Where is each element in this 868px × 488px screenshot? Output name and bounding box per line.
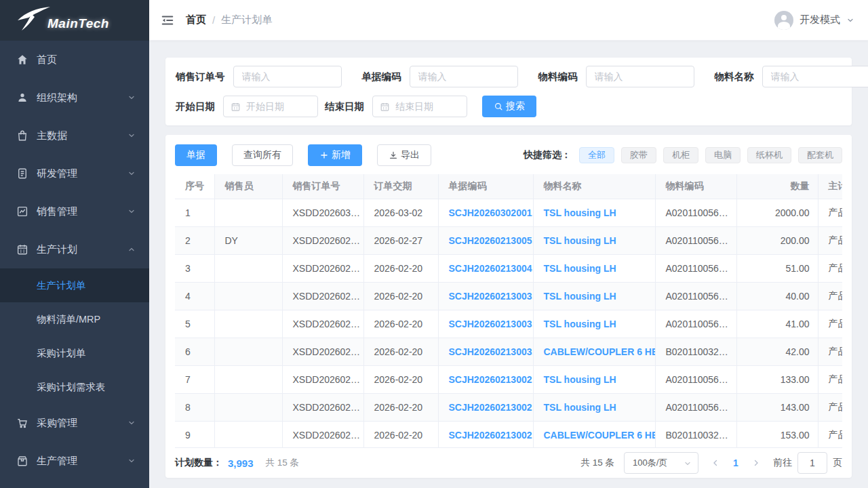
quick-filter-tag[interactable]: 配套机 xyxy=(798,147,842,163)
quick-filter-tag[interactable]: 胶带 xyxy=(621,147,656,163)
sidebar-item-label: 主数据 xyxy=(37,129,127,142)
doc_code-link[interactable]: SCJH20260213002… xyxy=(449,402,534,413)
sidebar-item-label: 销售管理 xyxy=(37,205,127,218)
cell-sales_order: XSDD202602… xyxy=(282,282,363,310)
quick-filter-tags: 全部胶带机柜电脑纸杯机配套机 xyxy=(579,147,842,163)
doc_code-link[interactable]: SCJH20260213002… xyxy=(449,374,534,385)
quick-filter-tag[interactable]: 全部 xyxy=(579,147,614,163)
cell-plan_type: 产品 xyxy=(818,338,842,365)
doc-code-input[interactable] xyxy=(410,66,517,87)
material-name-input[interactable] xyxy=(763,66,868,87)
sidebar-subitem-purchase-plan-demand[interactable]: 采购计划需求表 xyxy=(0,370,149,404)
goto-page-input[interactable] xyxy=(797,452,827,474)
cell-salesperson xyxy=(214,199,282,226)
cell-due_date: 2026-02-20 xyxy=(363,282,438,310)
cell-plan_type: 产品 xyxy=(818,393,842,421)
material_name-link[interactable]: TSL housing LH xyxy=(544,374,616,385)
cell-qty: 143.00 xyxy=(736,393,818,421)
cell-material_name: TSL housing LH xyxy=(533,282,655,310)
material_name-link[interactable]: TSL housing LH xyxy=(544,235,616,246)
doc_code-link[interactable]: SCJH20260302001… xyxy=(449,207,534,218)
sidebar-item-org[interactable]: 组织架构 xyxy=(0,79,149,117)
query-all-button[interactable]: 查询所有 xyxy=(232,144,293,166)
prev-page-button[interactable] xyxy=(705,452,726,474)
cell-plan_type: 产品 xyxy=(818,310,842,338)
sales-order-no-input[interactable] xyxy=(234,66,341,87)
material_name-link[interactable]: TSL housing LH xyxy=(544,291,616,302)
cell-index: 4 xyxy=(175,282,214,310)
chevron-down-icon xyxy=(127,131,136,140)
material_name-link[interactable]: CABLEW/COUPLER 6 HE xyxy=(544,346,656,357)
sidebar-subitem-production-plan-order[interactable]: 生产计划单 xyxy=(0,268,149,302)
cell-doc_code: SCJH20260213003… xyxy=(438,338,533,365)
sidebar-item-sales[interactable]: 销售管理 xyxy=(0,192,149,230)
cell-index: 7 xyxy=(175,365,214,393)
cell-plan_type: 产品 xyxy=(818,282,842,310)
end-date-input[interactable] xyxy=(390,96,467,117)
sidebar-item-rnd[interactable]: 研发管理 xyxy=(0,155,149,192)
table-row: 2DYXSDD202602…2026-02-27SCJH20260213005…… xyxy=(175,226,842,254)
chevron-down-icon xyxy=(127,207,136,216)
filter-input-box xyxy=(410,66,518,87)
table-header-row: 序号销售员销售订单号订单交期单据编码物料名称物料编码数量主计划 xyxy=(175,174,842,199)
material_name-link[interactable]: CABLEW/COUPLER 6 HE xyxy=(544,430,656,441)
material_name-link[interactable]: TSL housing LH xyxy=(544,263,616,274)
next-page-button[interactable] xyxy=(746,452,766,474)
sidebar-item-purchase[interactable]: 采购管理 xyxy=(0,404,149,442)
doc_code-link[interactable]: SCJH20260213003… xyxy=(449,291,534,302)
material_name-link[interactable]: TSL housing LH xyxy=(544,402,616,413)
user-menu[interactable]: 开发模式 xyxy=(774,11,854,30)
cell-material_name: TSL housing LH xyxy=(533,365,655,393)
cell-plan_type: 产品 xyxy=(818,254,842,282)
material_name-link[interactable]: TSL housing LH xyxy=(544,207,616,218)
breadcrumb-home[interactable]: 首页 xyxy=(186,14,206,26)
filter-panel: 销售订单号单据编码物料编码物料名称 开始日期结束日期搜索 xyxy=(165,58,852,125)
material_name-link[interactable]: TSL housing LH xyxy=(544,319,616,329)
sidebar-subitem-purchase-plan-order[interactable]: 采购计划单 xyxy=(0,336,149,370)
plan-qty-label: 计划数量： xyxy=(175,457,222,469)
doc-button[interactable]: 单据 xyxy=(175,144,217,166)
doc_code-link[interactable]: SCJH20260213004… xyxy=(449,263,534,274)
sidebar-item-label: 生产计划 xyxy=(37,243,127,256)
cell-salesperson xyxy=(214,421,282,448)
search-button[interactable]: 搜索 xyxy=(482,96,536,117)
current-page[interactable]: 1 xyxy=(726,458,746,468)
doc_code-link[interactable]: SCJH20260213005… xyxy=(449,235,534,246)
sidebar-subitem-bom-mrp[interactable]: 物料清单/MRP xyxy=(0,302,149,336)
cell-material_name: TSL housing LH xyxy=(533,393,655,421)
column-header-salesperson: 销售员 xyxy=(214,174,282,199)
table-row: 6XSDD202602…2026-02-20SCJH20260213003…CA… xyxy=(175,338,842,365)
filter-row-text: 销售订单号单据编码物料编码物料名称 xyxy=(176,66,842,87)
sidebar-item-production-plan[interactable]: 生产计划 xyxy=(0,230,149,268)
date-input-box xyxy=(223,96,318,117)
sidebar-item-label: 首页 xyxy=(37,54,136,66)
doc-button-label: 单据 xyxy=(186,149,205,161)
sidebar-item-master-data[interactable]: 主数据 xyxy=(0,117,149,155)
start-date-input[interactable] xyxy=(241,96,317,117)
add-button[interactable]: 新增 xyxy=(308,144,362,166)
cell-index: 5 xyxy=(175,310,214,338)
cell-sales_order: XSDD202602… xyxy=(282,393,363,421)
quick-filter-tag[interactable]: 机柜 xyxy=(663,147,698,163)
doc_code-link[interactable]: SCJH20260213002… xyxy=(449,430,534,441)
plus-icon xyxy=(319,150,329,160)
page-size-select[interactable]: 100条/页 xyxy=(624,452,698,474)
data-table-wrap[interactable]: 序号销售员销售订单号订单交期单据编码物料名称物料编码数量主计划 1XSDD202… xyxy=(175,174,842,448)
chevron-down-icon xyxy=(127,169,136,178)
collapse-sidebar-icon[interactable] xyxy=(160,13,175,28)
cell-index: 3 xyxy=(175,254,214,282)
quick-filter-tag[interactable]: 纸杯机 xyxy=(747,147,791,163)
filter-field-material-code: 物料编码 xyxy=(538,66,694,87)
cell-index: 6 xyxy=(175,338,214,365)
search-button-label: 搜索 xyxy=(506,100,525,113)
sidebar-item-home[interactable]: 首页 xyxy=(0,41,149,79)
cell-doc_code: SCJH20260213003… xyxy=(438,310,533,338)
sidebar-item-manufacture[interactable]: 生产管理 xyxy=(0,442,149,480)
material-code-input[interactable] xyxy=(587,66,694,87)
doc_code-link[interactable]: SCJH20260213003… xyxy=(449,346,534,357)
quick-filter-tag[interactable]: 电脑 xyxy=(705,147,741,163)
cell-material_name: CABLEW/COUPLER 6 HE xyxy=(533,338,655,365)
filter-input-box xyxy=(233,66,342,87)
doc_code-link[interactable]: SCJH20260213003… xyxy=(449,319,534,329)
export-button[interactable]: 导出 xyxy=(377,144,431,166)
